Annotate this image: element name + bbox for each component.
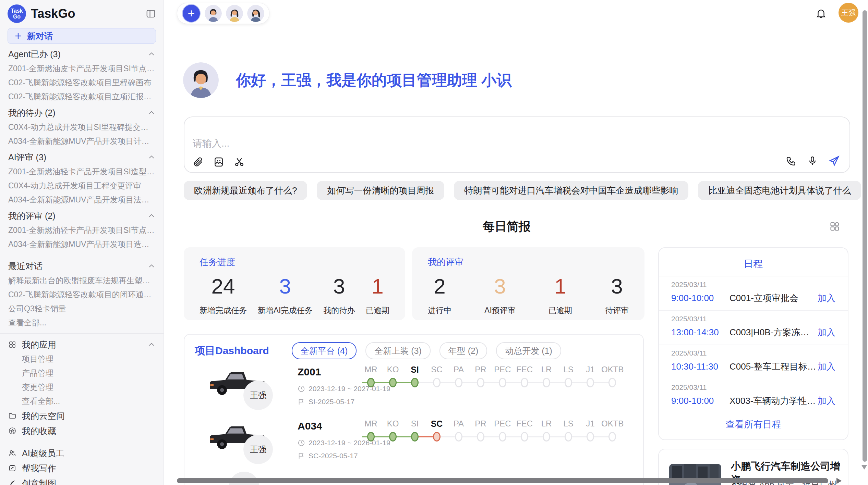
logo-line2: Go	[13, 14, 21, 20]
tab-new-platform[interactable]: 全新平台 (4)	[292, 342, 357, 359]
scissors-icon[interactable]	[234, 157, 245, 167]
project-row-a034[interactable]: 王强 A034 2023-12-19 ~ 2026-01-19 SC-2025-…	[193, 418, 635, 472]
sidebar-item-ai-super-staff[interactable]: AI超级员工	[0, 446, 164, 461]
join-meeting-link[interactable]: 加入	[818, 326, 835, 338]
app-item-project-mgmt[interactable]: 项目管理	[0, 352, 164, 366]
microphone-icon[interactable]	[807, 156, 818, 166]
section-title: Agent已办 (3)	[8, 49, 61, 60]
sidebar-item[interactable]: C0X4-动力总成开发项目工程变更评审	[0, 179, 164, 193]
tab-new-body[interactable]: 全新上装 (3)	[365, 342, 431, 359]
sidebar-item[interactable]: A034-全新新能源MUV产品开发项目计划变更表编写	[0, 134, 164, 148]
composer	[184, 116, 850, 173]
send-icon[interactable]	[828, 155, 840, 167]
join-meeting-link[interactable]: 加入	[818, 395, 835, 407]
attach-file-icon[interactable]	[193, 157, 204, 167]
chevron-up-icon[interactable]	[148, 109, 155, 116]
composer-input[interactable]	[192, 136, 708, 158]
milestone-pec: PEC	[492, 365, 514, 387]
suggestion-chip[interactable]: 欧洲新规最近颁布了什么?	[184, 181, 307, 200]
cloud-space-label: 我的云空间	[22, 410, 65, 422]
sidebar-item[interactable]: C0X4-动力总成开发项目SI里程碑提交物检查	[0, 120, 164, 134]
notifications-bell-icon[interactable]	[815, 8, 827, 19]
schedule-title: 日程	[659, 248, 848, 276]
chevron-up-icon[interactable]	[148, 50, 155, 58]
new-session-button[interactable]	[182, 4, 201, 23]
horizontal-scrollbar[interactable]	[177, 478, 828, 483]
tab-model-year[interactable]: 年型 (2)	[439, 342, 487, 359]
recent-chat-item[interactable]: 解释最新出台的欧盟报废车法规再生塑料比例被调至15%...	[0, 274, 164, 288]
section-title: AI评审 (3)	[8, 152, 46, 163]
schedule-item: 2025/03/11 10:30-11:30 C005-整车工程目标评审 加入	[659, 345, 848, 379]
sidebar-item[interactable]: A034-全新新能源MUV产品开发项目造型可行性评审	[0, 237, 164, 251]
sidebar-item[interactable]: A034-全新新能源MUV产品开发项目法规符合性评审	[0, 193, 164, 207]
sidebar-collapse-icon[interactable]	[146, 9, 156, 19]
writing-icon	[8, 464, 16, 472]
chevron-up-icon[interactable]	[148, 153, 155, 161]
user-avatar[interactable]: 王强	[839, 3, 858, 23]
voice-call-icon[interactable]	[786, 156, 797, 166]
milestone-pa: PA	[448, 419, 470, 442]
tab-powertrain[interactable]: 动总开发 (1)	[496, 342, 561, 359]
schedule-date: 2025/03/11	[671, 383, 835, 391]
view-all-apps-link[interactable]: 查看全部...	[0, 394, 164, 408]
recent-chat-item[interactable]: C02-飞腾新能源轻客改款项目的闭环通告反馈情况	[0, 288, 164, 302]
scroll-down-arrow[interactable]	[861, 465, 867, 470]
suggestion-chip[interactable]: 如何写一份清晰的项目周报	[317, 181, 444, 200]
scroll-right-arrow[interactable]	[836, 478, 842, 484]
greeting-block: 你好，王强，我是你的项目管理助理 小识	[183, 62, 511, 98]
sidebar-item-my-apps[interactable]: 我的应用	[0, 337, 164, 352]
layout-grid-icon[interactable]	[829, 221, 841, 232]
sidebar-item-help-write[interactable]: 帮我写作	[0, 461, 164, 476]
app-item-change-mgmt[interactable]: 变更管理	[0, 380, 164, 394]
milestone-fec: FEC	[514, 365, 535, 387]
sidebar-header: Task Go TaskGo	[0, 0, 164, 25]
new-chat-button[interactable]: 新对话	[8, 28, 156, 44]
milestone-lr: LR	[535, 419, 557, 442]
agent-avatar[interactable]	[226, 5, 243, 22]
vertical-scrollbar[interactable]	[863, 10, 867, 462]
section-header-agent-done[interactable]: Agent已办 (3)	[0, 47, 164, 62]
suggestion-chip[interactable]: 特朗普可能对进口汽车增税会对中国车企造成哪些影响	[454, 181, 688, 200]
chevron-up-icon[interactable]	[148, 262, 155, 270]
project-owner-avatar: 王强	[243, 381, 273, 410]
view-all-chats-link[interactable]: 查看全部...	[0, 316, 164, 330]
project-row-z001[interactable]: 王强 Z001 2023-12-19 ~ 2027-01-19 SI-2025-…	[193, 364, 635, 418]
schedule-event-title: C005-整车工程目标评审	[730, 361, 818, 373]
agent-avatar[interactable]	[247, 5, 264, 22]
milestone-lr: LR	[535, 365, 557, 387]
sidebar-item[interactable]: Z001-全新燃油皮卡产品开发项目SI节点Lesson Learn报告	[0, 62, 164, 76]
schedule-time: 10:30-11:30	[671, 361, 730, 372]
recent-chat-item[interactable]: 公司Q3轻卡销量	[0, 302, 164, 316]
sidebar-item-creative-draw[interactable]: 创意制图	[0, 476, 164, 485]
greeting-text: 你好，王强，我是你的项目管理助理 小识	[236, 70, 511, 90]
join-meeting-link[interactable]: 加入	[818, 292, 835, 304]
section-header-recent-chats[interactable]: 最近对话	[0, 259, 164, 274]
section-header-ai-review[interactable]: AI评审 (3)	[0, 150, 164, 165]
my-apps-label: 我的应用	[22, 339, 56, 350]
join-meeting-link[interactable]: 加入	[818, 361, 835, 373]
project-flag-milestone: SI-2025-05-17	[298, 398, 354, 406]
sidebar-item[interactable]: C02-飞腾新能源轻客改款项目立项汇报方案	[0, 90, 164, 104]
milestone-mr: MR	[360, 419, 382, 442]
view-all-schedule-link[interactable]: 查看所有日程	[659, 418, 848, 439]
sidebar-item[interactable]: Z001-全新燃油轻卡产品开发项目SI造型提交物评审	[0, 165, 164, 179]
section-header-my-review[interactable]: 我的评审 (2)	[0, 208, 164, 223]
chevron-up-icon[interactable]	[148, 212, 155, 220]
image-upload-icon[interactable]	[213, 157, 224, 167]
agent-avatar[interactable]	[205, 5, 222, 22]
suggestion-chip[interactable]: 比亚迪全固态电池计划具体说了什么	[698, 181, 861, 200]
creative-draw-label: 创意制图	[22, 478, 56, 485]
section-header-my-todo[interactable]: 我的待办 (2)	[0, 105, 164, 120]
schedule-item: 2025/03/11 9:00-10:00 X003-车辆动力学性能验... 加…	[659, 379, 848, 413]
sidebar-item[interactable]: C02-飞腾新能源轻客改款项目里程碑画布	[0, 76, 164, 90]
milestone-pa: PA	[448, 365, 470, 387]
new-chat-label: 新对话	[27, 30, 53, 42]
sidebar-item-favorites[interactable]: 我的收藏	[0, 423, 164, 438]
app-item-product-mgmt[interactable]: 产品管理	[0, 366, 164, 380]
milestone-sc: SC	[426, 365, 448, 387]
stat-in-progress: 2进行中	[428, 274, 451, 316]
sidebar-item-cloud-space[interactable]: 我的云空间	[0, 408, 164, 423]
chevron-up-icon[interactable]	[148, 341, 155, 348]
sidebar-item[interactable]: Z001-全新燃油轻卡产品开发项目SI节点属性5D文件评审	[0, 223, 164, 237]
stat-ai-prereview: 3AI预评审	[484, 274, 516, 316]
